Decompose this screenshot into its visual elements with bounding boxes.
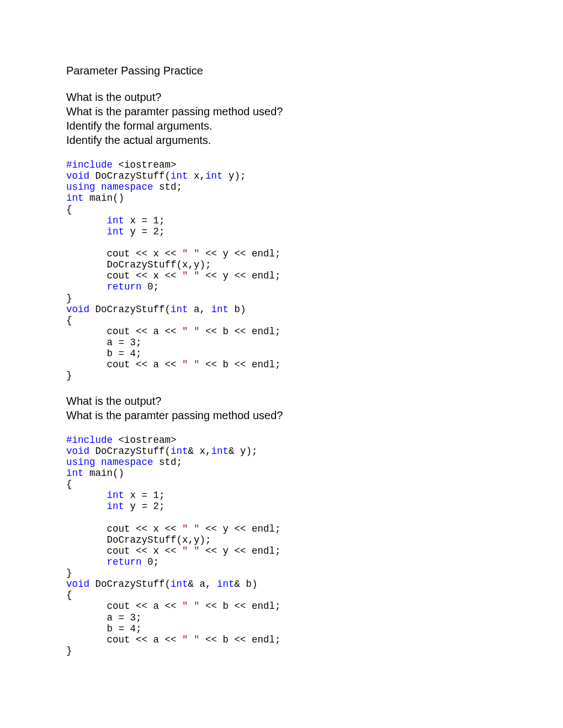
code-string: " "	[182, 248, 200, 259]
code-text: DoCrazyStuff(x,y);	[66, 534, 211, 545]
code-keyword: int	[171, 170, 188, 181]
code-text: & b)	[235, 579, 258, 590]
code-keyword: void	[66, 304, 89, 315]
code-text: & x,	[188, 446, 211, 457]
code-text: {	[66, 315, 72, 326]
code-keyword: #include	[66, 435, 113, 446]
code-text: std;	[153, 457, 183, 468]
code-text: cout << x <<	[66, 270, 182, 281]
code-text: << b << endl;	[200, 601, 281, 612]
code-text: {	[66, 590, 72, 601]
question-line: What is the output?	[66, 90, 497, 104]
code-string: " "	[182, 359, 200, 370]
code-keyword: using	[66, 181, 95, 192]
document-page: Parameter Passing Practice What is the o…	[0, 0, 563, 656]
code-keyword: return	[107, 556, 142, 568]
code-text: }	[66, 293, 72, 304]
code-text: << b << endl;	[200, 634, 281, 645]
code-keyword: int	[107, 501, 125, 512]
question-block-2: What is the output? What is the paramter…	[66, 394, 497, 422]
code-text: a = 3;	[66, 337, 142, 348]
code-keyword: void	[66, 170, 89, 181]
code-keyword: int	[211, 446, 229, 457]
question-line: Identify the actual arguments.	[66, 133, 497, 147]
code-text: 0;	[142, 556, 160, 568]
question-line: What is the paramter passing method used…	[66, 104, 497, 119]
code-text: << y << endl;	[200, 248, 281, 259]
code-text: DoCrazyStuff(	[89, 170, 171, 181]
question-line: Identify the formal arguments.	[66, 119, 497, 133]
code-text: cout << x <<	[66, 248, 182, 259]
code-block-1: #include <iostream> void DoCrazyStuff(in…	[66, 159, 497, 382]
code-text: << y << endl;	[200, 270, 281, 281]
code-text: std;	[153, 181, 183, 192]
code-text: a,	[188, 304, 211, 315]
code-text: cout << x <<	[66, 545, 182, 556]
code-text: main()	[84, 468, 125, 479]
code-text: b = 4;	[66, 348, 142, 359]
code-text: y = 2;	[124, 226, 165, 237]
code-text: main()	[84, 192, 125, 204]
code-text: cout << a <<	[66, 601, 182, 612]
code-keyword: int	[205, 170, 223, 181]
code-text: b)	[229, 304, 246, 315]
code-text: y);	[223, 170, 246, 181]
code-text: << y << endl;	[200, 545, 281, 556]
code-keyword: void	[66, 579, 89, 590]
code-text: x = 1;	[124, 215, 165, 226]
code-keyword: using	[66, 457, 95, 468]
code-string: " "	[182, 326, 200, 337]
code-text: {	[66, 479, 72, 490]
code-text	[66, 281, 107, 292]
code-keyword: namespace	[101, 181, 153, 192]
code-text: x = 1;	[124, 490, 165, 501]
code-text: }	[66, 370, 72, 381]
code-text: b = 4;	[66, 623, 142, 634]
code-text	[66, 556, 107, 568]
code-text: }	[66, 568, 72, 579]
code-text: {	[66, 204, 72, 215]
code-keyword: int	[171, 446, 188, 457]
page-title: Parameter Passing Practice	[66, 63, 497, 78]
code-text	[95, 457, 102, 468]
code-text: <iostream>	[113, 159, 177, 170]
question-line: What is the output?	[66, 394, 497, 408]
code-keyword: namespace	[101, 457, 153, 468]
code-text: << b << endl;	[200, 326, 281, 337]
code-string: " "	[182, 545, 200, 556]
code-text: cout << x <<	[66, 523, 182, 534]
code-text: <iostream>	[113, 435, 177, 446]
code-text: & a,	[188, 579, 217, 590]
code-text: & y);	[229, 446, 258, 457]
code-text: y = 2;	[124, 501, 165, 512]
code-text: }	[66, 645, 72, 656]
code-keyword: int	[107, 215, 125, 226]
code-text: x,	[188, 170, 206, 181]
code-block-2: #include <iostream> void DoCrazyStuff(in…	[66, 435, 497, 657]
code-text: << y << endl;	[200, 523, 281, 534]
code-text: cout << a <<	[66, 634, 182, 645]
code-text: DoCrazyStuff(x,y);	[66, 259, 211, 270]
code-string: " "	[182, 601, 200, 612]
code-text: a = 3;	[66, 612, 142, 623]
code-keyword: int	[107, 490, 125, 501]
code-keyword: int	[171, 579, 188, 590]
code-text	[66, 226, 107, 237]
code-string: " "	[182, 270, 200, 281]
question-block-1: What is the output? What is the paramter…	[66, 90, 497, 147]
code-text: cout << a <<	[66, 359, 182, 370]
code-string: " "	[182, 523, 200, 534]
code-keyword: void	[66, 446, 89, 457]
code-keyword: int	[217, 579, 235, 590]
code-text	[66, 490, 107, 501]
code-text: << b << endl;	[200, 359, 281, 370]
code-text: 0;	[142, 281, 160, 292]
code-keyword: #include	[66, 159, 113, 170]
code-keyword: int	[66, 468, 84, 479]
code-keyword: int	[171, 304, 188, 315]
code-keyword: int	[66, 192, 84, 204]
question-line: What is the paramter passing method used…	[66, 408, 497, 422]
code-text: DoCrazyStuff(	[89, 579, 171, 590]
code-text	[66, 501, 107, 512]
code-string: " "	[182, 634, 200, 645]
